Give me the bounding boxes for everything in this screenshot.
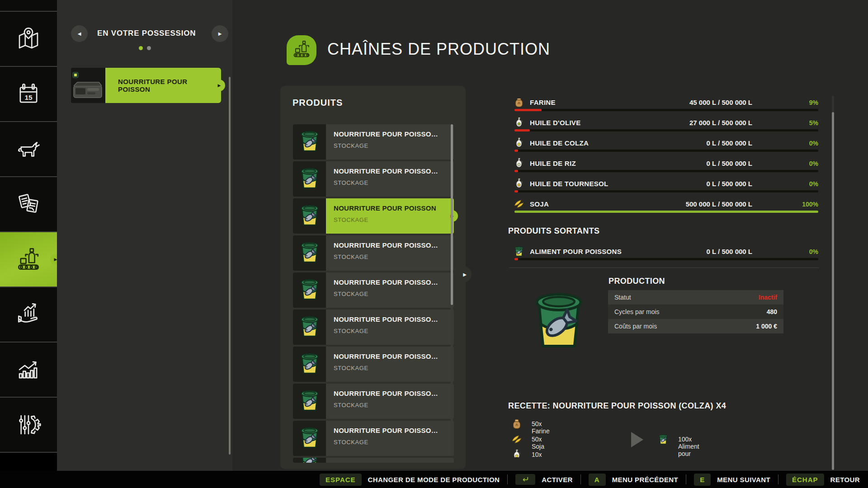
product-list-item[interactable]: NOURRITURE POUR POISSO…STOCKAGE xyxy=(293,310,454,345)
product-item-body: NOURRITURE POUR POISSO…STOCKAGE xyxy=(326,458,454,463)
storage-row-label: HUILE DE TOURNESOL xyxy=(530,180,608,188)
product-list-item[interactable]: NOURRITURE POUR POISSO…STOCKAGE xyxy=(293,384,454,419)
storage-row: HUILE DE COLZA0 L / 500 000 L0% xyxy=(508,133,820,154)
contracts-icon xyxy=(15,191,42,217)
page-dot xyxy=(139,46,143,50)
product-list-item[interactable]: NOURRITURE POUR POISSO…STOCKAGE xyxy=(293,347,454,382)
storage-row-value: 27 000 L / 500 000 L xyxy=(689,119,752,127)
production-stat-value: Inactif xyxy=(759,294,777,301)
product-list-item[interactable]: NOURRITURE POUR POISSO…STOCKAGE xyxy=(293,272,454,308)
product-item-thumb xyxy=(293,272,326,308)
product-list-item[interactable]: NOURRITURE POUR POISSO…STOCKAGE xyxy=(293,458,454,463)
hint-separator xyxy=(580,474,581,484)
sidebar-spacer xyxy=(0,0,57,11)
arrow-right-icon: ▶ xyxy=(463,272,467,277)
fish-food-bucket-icon xyxy=(297,351,322,378)
product-item-title: NOURRITURE POUR POISSON xyxy=(334,204,454,212)
storage-row-percent: 100% xyxy=(787,201,818,208)
selected-item-arrow-icon: ▶ xyxy=(213,80,225,91)
product-item-thumb xyxy=(293,421,326,456)
storage-row-percent: 5% xyxy=(787,119,818,127)
production-stat-row: StatutInactif xyxy=(608,290,783,305)
product-item-title: NOURRITURE POUR POISSO… xyxy=(334,241,454,249)
storage-progress-bar xyxy=(514,109,818,111)
details-scrollbar-thumb[interactable] xyxy=(832,112,834,470)
key-hint-menu-pr-c-dent[interactable]: AMENU PRÉCÉDENT xyxy=(589,474,678,486)
possession-prev-button[interactable]: ◀ xyxy=(71,25,88,42)
storage-row-percent: 9% xyxy=(787,99,818,106)
hint-label: CHANGER DE MODE DE PRODUCTION xyxy=(368,476,500,483)
recipe-input-label: 50x Farine xyxy=(532,420,550,435)
oil-jug-olive-icon xyxy=(513,117,525,128)
hint-separator xyxy=(507,474,508,484)
details-scrollbar[interactable] xyxy=(832,96,834,470)
hint-label: MENU PRÉCÉDENT xyxy=(612,476,678,483)
storage-row: SOJA500 000 L / 500 000 L100% xyxy=(508,194,820,215)
fish-food-bucket-icon xyxy=(297,458,322,463)
production-stat-label: Cycles par mois xyxy=(614,308,660,315)
key-hint-changer-de-mode-de-production[interactable]: ESPACECHANGER DE MODE DE PRODUCTION xyxy=(320,474,500,486)
sidebar-item-map[interactable] xyxy=(0,11,57,66)
storage-progress-bar xyxy=(514,190,818,192)
flour-sack-icon xyxy=(511,418,523,430)
oil-jug-sunflower-icon xyxy=(513,178,525,189)
product-list-item[interactable]: NOURRITURE POUR POISSONSTOCKAGE▶ xyxy=(293,198,454,234)
product-item-body: NOURRITURE POUR POISSO…STOCKAGE xyxy=(326,384,454,419)
details-separator xyxy=(509,267,819,268)
possession-scrollbar[interactable] xyxy=(229,77,231,455)
storage-progress-fill xyxy=(514,258,518,260)
product-list-item[interactable]: NOURRITURE POUR POISSO…STOCKAGE xyxy=(293,421,454,456)
storage-row: ALIMENT POUR POISSONS0 L / 500 000 L0% xyxy=(508,242,820,262)
key-hint-activer[interactable]: ACTIVER xyxy=(515,474,573,485)
sidebar-item-statistics[interactable] xyxy=(0,342,57,397)
possession-next-button[interactable]: ▶ xyxy=(212,25,228,42)
cow-icon xyxy=(15,136,42,162)
production-stats-table: StatutInactifCycles par mois480Coûts par… xyxy=(608,290,783,333)
finances-icon xyxy=(15,301,42,328)
outgoing-title: PRODUITS SORTANTS xyxy=(508,226,599,236)
storage-row-percent: 0% xyxy=(787,248,818,255)
arrow-left-icon: ◀ xyxy=(78,31,81,36)
storage-progress-fill xyxy=(514,170,518,172)
product-item-body: NOURRITURE POUR POISSO…STOCKAGE xyxy=(326,272,454,308)
product-item-thumb xyxy=(293,198,326,234)
product-list-item[interactable]: NOURRITURE POUR POISSO…STOCKAGE xyxy=(293,235,454,271)
product-item-title: NOURRITURE POUR POISSO… xyxy=(334,167,454,175)
sidebar-item-settings[interactable] xyxy=(0,397,57,453)
storage-row-value: 0 L / 500 000 L xyxy=(707,139,752,147)
possession-item[interactable]: NOURRITURE POUR POISSON▶ xyxy=(71,68,221,103)
product-item-subtitle: STOCKAGE xyxy=(334,216,454,223)
recipe-arrow-icon xyxy=(631,432,643,447)
sidebar-item-contracts[interactable] xyxy=(0,176,57,231)
storage-row: HUILE DE TOURNESOL0 L / 500 000 L0% xyxy=(508,174,820,194)
products-scrollbar-thumb[interactable] xyxy=(451,124,453,305)
possession-title: EN VOTRE POSSESSION xyxy=(97,29,196,38)
storage-row-value: 45 000 L / 500 000 L xyxy=(689,99,752,106)
sidebar-item-animals[interactable] xyxy=(0,121,57,176)
sidebar-item-finances[interactable] xyxy=(0,286,57,342)
sidebar-item-calendar[interactable]: 15 xyxy=(0,66,57,121)
product-item-thumb xyxy=(293,458,326,463)
product-item-subtitle: STOCKAGE xyxy=(334,291,454,297)
products-scrollbar[interactable] xyxy=(451,124,453,455)
production-details: FARINE45 000 L / 500 000 L9%HUILE D'OLIV… xyxy=(508,0,820,457)
storage-row-value: 0 L / 500 000 L xyxy=(707,248,752,255)
recipe-input-label: 10x Huile de colza xyxy=(532,451,547,457)
storage-progress-bar xyxy=(514,170,818,172)
storage-row-label: HUILE D'OLIVE xyxy=(530,119,580,127)
key-hint-menu-suivant[interactable]: EMENU SUIVANT xyxy=(694,474,770,486)
possession-panel: ◀ EN VOTRE POSSESSION ▶ NOURRITURE POUR … xyxy=(57,0,232,488)
product-list-item[interactable]: NOURRITURE POUR POISSO…STOCKAGE xyxy=(293,161,454,197)
storage-progress-bar xyxy=(514,258,818,260)
product-list-item[interactable]: NOURRITURE POUR POISSO…STOCKAGE xyxy=(293,124,454,160)
sidebar-item-production[interactable]: ▶ xyxy=(0,231,57,286)
products-panel-title: PRODUITS xyxy=(292,98,343,108)
key-hint-retour[interactable]: ÉCHAPRETOUR xyxy=(786,474,860,486)
hint-label: MENU SUIVANT xyxy=(717,476,770,483)
fish-food-bucket-icon xyxy=(297,202,322,230)
storage-row: FARINE45 000 L / 500 000 L9% xyxy=(508,99,820,113)
product-item-thumb xyxy=(293,310,326,345)
panel-expand-button[interactable]: ▶ xyxy=(458,267,472,282)
product-item-body: NOURRITURE POUR POISSONSTOCKAGE xyxy=(326,198,454,234)
hint-label: ACTIVER xyxy=(542,476,573,483)
